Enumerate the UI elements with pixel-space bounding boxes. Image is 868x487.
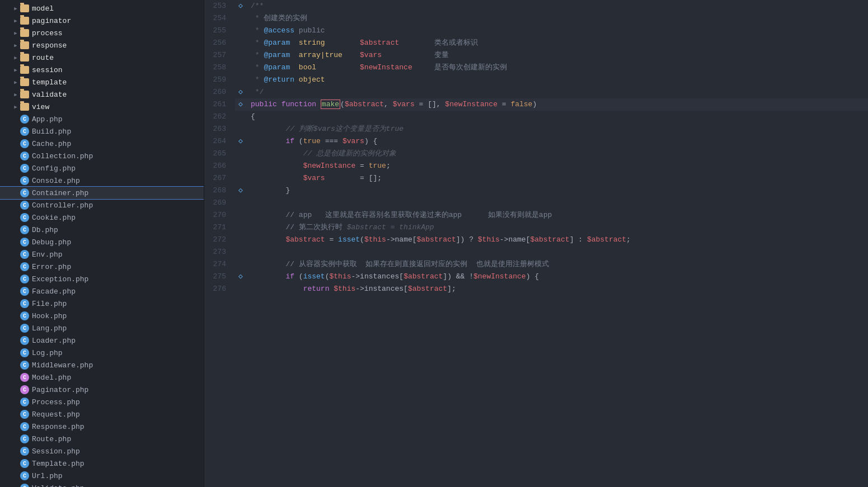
sidebar-item-Appphp[interactable]: CApp.php — [0, 113, 204, 125]
file-icon: C — [20, 348, 29, 357]
code-text: $newInstance = true; — [246, 160, 868, 172]
code-line: 272 $abstract = isset($this->name[$abstr… — [204, 234, 868, 246]
sidebar-item-Filephp[interactable]: CFile.php — [0, 297, 204, 310]
code-text: * 创建类的实例 — [246, 12, 868, 25]
sidebar-item-Cachephp[interactable]: CCache.php — [0, 138, 204, 150]
code-text: // 判断$vars这个变量是否为true — [246, 123, 868, 135]
code-text: * @param string $abstract 类名或者标识 — [246, 37, 868, 49]
tree-item-label: Request.php — [32, 410, 80, 419]
tree-item-label: Process.php — [32, 398, 80, 406]
tree-item-label: Container.php — [32, 189, 88, 197]
sidebar-item-Consolephp[interactable]: CConsole.php — [0, 174, 204, 187]
tree-item-label: Middleware.php — [32, 361, 93, 370]
sidebar-item-Urlphp[interactable]: CUrl.php — [0, 470, 204, 482]
sidebar-item-route[interactable]: route — [0, 51, 204, 64]
folder-icon — [20, 4, 29, 12]
bookmark-icon: ◇ — [238, 86, 243, 98]
sidebar-item-Errorphp[interactable]: CError.php — [0, 261, 204, 273]
sidebar-item-Routephp[interactable]: CRoute.php — [0, 433, 204, 445]
sidebar-item-Cookiephp[interactable]: CCookie.php — [0, 211, 204, 224]
line-number: 259 — [204, 74, 235, 86]
code-text: * @return object — [246, 74, 868, 86]
sidebar-item-Dbphp[interactable]: CDb.php — [0, 224, 204, 236]
tree-item-label: Cache.php — [32, 140, 71, 148]
code-text: // 总是创建新的实例化对象 — [246, 148, 868, 160]
code-line: 273 — [204, 246, 868, 258]
file-icon: C — [20, 115, 29, 124]
code-text: return $this->instances[$abstract]; — [246, 283, 868, 295]
code-text: $vars = []; — [246, 172, 868, 185]
line-number: 276 — [204, 283, 235, 295]
tree-item-label: Route.php — [32, 435, 71, 443]
sidebar-item-paginator[interactable]: paginator — [0, 15, 204, 27]
code-line: 269 — [204, 197, 868, 209]
file-icon: C — [20, 139, 29, 148]
code-text: /** — [246, 0, 868, 12]
tree-item-label: File.php — [32, 300, 67, 308]
sidebar-item-Logphp[interactable]: CLog.php — [0, 347, 204, 359]
sidebar-item-view[interactable]: view — [0, 101, 204, 113]
sidebar-item-Templatephp[interactable]: CTemplate.php — [0, 457, 204, 470]
line-number: 273 — [204, 246, 235, 258]
sidebar-item-Middlewarephp[interactable]: CMiddleware.php — [0, 359, 204, 371]
file-icon: C — [20, 311, 29, 320]
sidebar-item-Debugphp[interactable]: CDebug.php — [0, 236, 204, 248]
folder-icon — [20, 54, 29, 62]
tree-item-label: process — [32, 29, 63, 37]
sidebar-item-Sessionphp[interactable]: CSession.php — [0, 445, 204, 457]
sidebar-item-Validatephp[interactable]: CValidate.php — [0, 482, 204, 487]
file-icon: C — [20, 250, 29, 259]
sidebar-item-template[interactable]: template — [0, 76, 204, 88]
code-editor: 253◇/**254 * 创建类的实例255 * @access public2… — [204, 0, 868, 487]
sidebar-item-Paginatorphp[interactable]: CPaginator.php — [0, 384, 204, 396]
code-line: 268◇ } — [204, 185, 868, 197]
code-line: 266 $newInstance = true; — [204, 160, 868, 172]
sidebar-item-Exceptionphp[interactable]: CException.php — [0, 273, 204, 285]
line-gutter: ◇ — [235, 86, 246, 98]
sidebar-item-session[interactable]: session — [0, 64, 204, 76]
file-icon: C — [20, 287, 29, 296]
code-line: 275◇ if (isset($this->instances[$abstrac… — [204, 271, 868, 283]
sidebar-item-Controllerphp[interactable]: CController.php — [0, 199, 204, 211]
tree-item-label: Env.php — [32, 250, 63, 259]
sidebar-item-Facadephp[interactable]: CFacade.php — [0, 285, 204, 297]
folder-icon — [20, 91, 29, 98]
code-line: 255 * @access public — [204, 25, 868, 37]
sidebar-item-Containerphp[interactable]: CContainer.php — [0, 187, 204, 199]
code-text: * @param array|true $vars 变量 — [246, 49, 868, 62]
sidebar-item-Configphp[interactable]: CConfig.php — [0, 162, 204, 174]
sidebar-item-response[interactable]: response — [0, 39, 204, 51]
folder-icon — [20, 29, 29, 37]
code-text: if (isset($this->instances[$abstract]) &… — [246, 271, 868, 283]
sidebar-item-Requestphp[interactable]: CRequest.php — [0, 408, 204, 420]
sidebar-item-model[interactable]: model — [0, 2, 204, 15]
code-text: } — [246, 185, 868, 197]
sidebar-item-Hookphp[interactable]: CHook.php — [0, 310, 204, 322]
tree-item-label: Debug.php — [32, 238, 71, 247]
code-line: 274 // 从容器实例中获取 如果存在则直接返回对应的实例 也就是使用注册树模… — [204, 258, 868, 271]
sidebar-item-Processphp[interactable]: CProcess.php — [0, 396, 204, 408]
file-tree[interactable]: modelpaginatorprocessresponseroutesessio… — [0, 0, 204, 487]
tree-arrow-icon — [11, 30, 20, 36]
sidebar-item-validate[interactable]: validate — [0, 88, 204, 101]
sidebar-item-Modelphp[interactable]: CModel.php — [0, 371, 204, 384]
sidebar-item-Collectionphp[interactable]: CCollection.php — [0, 150, 204, 162]
line-number: 255 — [204, 25, 235, 37]
line-number: 269 — [204, 197, 235, 209]
folder-icon — [20, 17, 29, 25]
sidebar-item-Loaderphp[interactable]: CLoader.php — [0, 334, 204, 347]
line-number: 261 — [204, 98, 235, 111]
line-number: 275 — [204, 271, 235, 283]
sidebar-item-Responsephp[interactable]: CResponse.php — [0, 420, 204, 433]
sidebar-item-Langphp[interactable]: CLang.php — [0, 322, 204, 334]
sidebar-item-Envphp[interactable]: CEnv.php — [0, 248, 204, 261]
tree-arrow-icon — [11, 42, 20, 49]
sidebar-item-Buildphp[interactable]: CBuild.php — [0, 125, 204, 138]
line-number: 268 — [204, 185, 235, 197]
file-icon: C — [20, 176, 29, 185]
file-icon: C — [20, 152, 29, 160]
code-line: 254 * 创建类的实例 — [204, 12, 868, 25]
line-gutter: ◇ — [235, 98, 246, 111]
sidebar-item-process[interactable]: process — [0, 27, 204, 39]
tree-arrow-icon — [11, 79, 20, 86]
